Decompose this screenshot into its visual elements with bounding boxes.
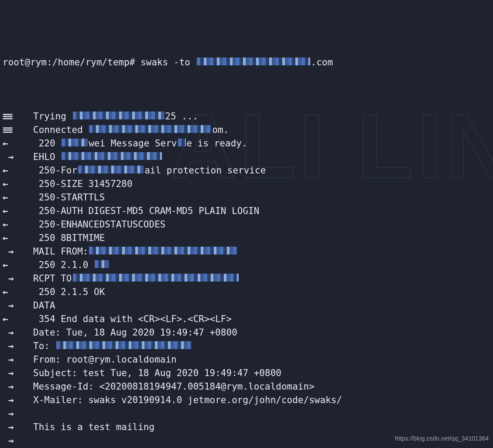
terminal-text: DATA <box>33 299 55 312</box>
prompt-command-tail: .com <box>311 56 333 69</box>
terminal-text: 250 2.1.0 <box>33 258 94 272</box>
terminal-line: → <box>3 407 490 421</box>
terminal-text: 250-SIZE 31457280 <box>33 177 133 191</box>
send-arrow-icon: → <box>3 367 33 380</box>
terminal-line: ≡≡ Connected om. <box>3 123 490 137</box>
recv-arrow-icon: ← <box>3 218 33 231</box>
send-arrow-icon: → <box>3 339 33 353</box>
terminal-line: → RCPT TO <box>3 272 490 285</box>
recv-arrow-icon: ← <box>3 312 33 326</box>
terminal-text: e is ready. <box>187 137 247 150</box>
send-arrow-icon: → <box>3 245 33 258</box>
terminal-line: ← 250 2.1.5 OK <box>3 285 490 299</box>
terminal-line: ← 354 End data with <CR><LF>.<CR><LF> <box>3 312 490 326</box>
recv-arrow-icon: ← <box>3 137 33 150</box>
terminal-text: X-Mailer: swaks v20190914.0 jetmore.org/… <box>33 394 342 407</box>
redacted-text <box>73 112 164 119</box>
terminal-text: To: <box>33 339 55 353</box>
redacted-text <box>197 58 310 65</box>
terminal-log: ≡≡ Trying 25 ...≡≡ Connected om.← 220 we… <box>3 110 490 448</box>
terminal-text: This is a test mailing <box>33 421 154 434</box>
redacted-text <box>178 139 186 146</box>
recv-arrow-icon: ← <box>3 204 33 218</box>
terminal-line: ← 250 8BITMIME <box>3 231 490 245</box>
prompt-command: swaks -to <box>140 56 195 69</box>
recv-arrow-icon: ← <box>3 285 33 299</box>
terminal-output: root@rym:/home/rym/temp# swaks -to .com … <box>0 0 493 448</box>
redacted-text <box>78 166 144 173</box>
redacted-text <box>89 247 237 255</box>
terminal-line: → Subject: test Tue, 18 Aug 2020 19:49:4… <box>3 367 490 380</box>
terminal-text: 25 ... <box>165 110 199 123</box>
redacted-text <box>95 260 109 268</box>
redacted-text <box>56 341 192 349</box>
send-arrow-icon: → <box>3 380 33 394</box>
redacted-text <box>62 152 162 160</box>
terminal-text: Connected <box>33 123 88 137</box>
terminal-text: Message-Id: <20200818194947.005184@rym.l… <box>33 380 315 394</box>
terminal-line: → Date: Tue, 18 Aug 2020 19:49:47 +0800 <box>3 326 490 339</box>
terminal-text: 250-STARTTLS <box>33 191 105 204</box>
terminal-text: wei Message Serv <box>89 137 177 150</box>
terminal-line: → MAIL FROM: <box>3 245 490 258</box>
terminal-line: → DATA <box>3 299 490 312</box>
terminal-text: om. <box>212 123 229 137</box>
send-arrow-icon: → <box>3 434 33 448</box>
source-link[interactable]: https://blog.csdn.net/qq_34101364 <box>395 432 489 445</box>
terminal-line: ← 220 wei Message Serve is ready. <box>3 137 490 150</box>
terminal-text: 250-AUTH DIGEST-MD5 CRAM-MD5 PLAIN LOGIN <box>33 204 259 218</box>
terminal-line: ← 250-STARTTLS <box>3 191 490 204</box>
terminal-line: → EHLO <box>3 150 490 164</box>
send-arrow-icon: → <box>3 421 33 434</box>
prompt-line[interactable]: root@rym:/home/rym/temp# swaks -to .com <box>3 56 490 69</box>
recv-arrow-icon: ← <box>3 258 33 272</box>
terminal-line: → From: root@rym.localdomain <box>3 353 490 367</box>
recv-arrow-icon: ← <box>3 191 33 204</box>
send-arrow-icon: → <box>3 353 33 367</box>
terminal-line: ← 250-ENHANCEDSTATUSCODES <box>3 218 490 231</box>
terminal-text: 250-For <box>33 164 77 177</box>
recv-arrow-icon: ← <box>3 164 33 177</box>
terminal-text: MAIL FROM: <box>33 245 88 258</box>
terminal-line: → X-Mailer: swaks v20190914.0 jetmore.or… <box>3 394 490 407</box>
terminal-text: Subject: test Tue, 18 Aug 2020 19:49:47 … <box>33 367 281 380</box>
terminal-text: ail protection service <box>144 164 266 177</box>
send-arrow-icon: → <box>3 150 33 164</box>
send-arrow-icon: → <box>3 272 33 285</box>
send-arrow-icon: → <box>3 299 33 312</box>
send-arrow-icon: → <box>3 394 33 407</box>
terminal-line: ← 250-AUTH DIGEST-MD5 CRAM-MD5 PLAIN LOG… <box>3 204 490 218</box>
terminal-text: 250-ENHANCEDSTATUSCODES <box>33 218 165 231</box>
terminal-line: ≡≡ Trying 25 ... <box>3 110 490 123</box>
info-prefix-icon: ≡≡ <box>3 123 33 137</box>
recv-arrow-icon: ← <box>3 177 33 191</box>
terminal-text: EHLO <box>33 150 61 164</box>
redacted-text <box>62 139 88 146</box>
send-arrow-icon: → <box>3 326 33 339</box>
prompt-user-host: root@rym:/home/rym/temp# <box>3 56 140 69</box>
redacted-text <box>89 125 211 133</box>
redacted-text <box>73 274 239 282</box>
terminal-line: ← 250-SIZE 31457280 <box>3 177 490 191</box>
terminal-line: → To: <box>3 339 490 353</box>
terminal-text: 354 End data with <CR><LF>.<CR><LF> <box>33 312 232 326</box>
terminal-text: From: root@rym.localdomain <box>33 353 177 367</box>
send-arrow-icon: → <box>3 407 33 421</box>
terminal-text: Date: Tue, 18 Aug 2020 19:49:47 +0800 <box>33 326 237 339</box>
terminal-line: ← 250 2.1.0 <box>3 258 490 272</box>
terminal-text: 250 2.1.5 OK <box>33 285 105 299</box>
recv-arrow-icon: ← <box>3 231 33 245</box>
terminal-text: RCPT TO <box>33 272 72 285</box>
terminal-text: 220 <box>33 137 61 150</box>
terminal-text: 250 8BITMIME <box>33 231 105 245</box>
terminal-line: ← 250-Forail protection service <box>3 164 490 177</box>
terminal-line: → Message-Id: <20200818194947.005184@rym… <box>3 380 490 394</box>
info-prefix-icon: ≡≡ <box>3 110 33 123</box>
terminal-text: Trying <box>33 110 72 123</box>
